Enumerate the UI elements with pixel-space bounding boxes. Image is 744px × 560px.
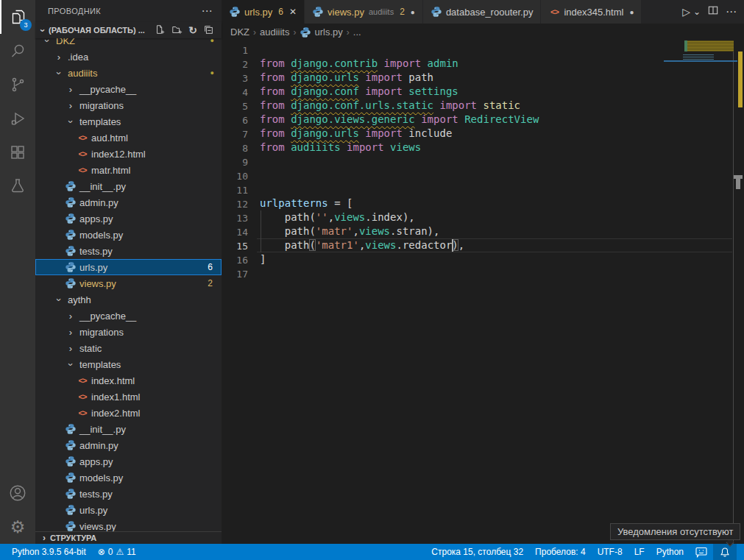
tree-file-apps.py[interactable]: apps.py bbox=[35, 453, 222, 469]
tree-file-__init__.py[interactable]: __init__.py bbox=[35, 178, 222, 194]
chevron-right-icon: › bbox=[38, 533, 50, 543]
tree-folder-__pycache__[interactable]: ›__pycache__ bbox=[35, 308, 222, 324]
split-editor-icon[interactable] bbox=[708, 5, 718, 18]
explorer-icon[interactable]: 3 bbox=[0, 0, 35, 34]
outline-section-header[interactable]: › СТРУКТУРА bbox=[35, 531, 222, 544]
testing-icon[interactable] bbox=[0, 169, 35, 203]
eol-item[interactable]: LF bbox=[628, 544, 651, 560]
code-line-14[interactable]: 14 path('matr',views.stran), bbox=[222, 224, 732, 238]
tab-urls.py[interactable]: urls.py6✕ bbox=[222, 0, 305, 24]
tree-folder-__pycache__[interactable]: ›__pycache__ bbox=[35, 81, 222, 97]
run-dropdown-chevron-icon[interactable]: ⌄ bbox=[693, 7, 701, 17]
tree-file-matr.html[interactable]: <>matr.html bbox=[35, 162, 222, 178]
collapse-all-icon[interactable] bbox=[203, 24, 214, 37]
code-line-8[interactable]: 8from audiiits import views bbox=[222, 141, 732, 155]
breadcrumb-item-DKZ[interactable]: DKZ bbox=[230, 26, 249, 38]
code-line-17[interactable]: 17 bbox=[222, 266, 732, 280]
tree-file-views.py[interactable]: views.py2 bbox=[35, 275, 222, 291]
tree-file-views.py[interactable]: views.py bbox=[35, 518, 222, 531]
breadcrumb-item-urls.py[interactable]: urls.py bbox=[300, 26, 342, 38]
tree-file-index2.html[interactable]: <>index2.html bbox=[35, 405, 222, 421]
tree-folder-.idea[interactable]: ›.idea bbox=[35, 49, 222, 65]
minimap-warning-block[interactable] bbox=[684, 40, 734, 52]
tree-file-tests.py[interactable]: tests.py bbox=[35, 486, 222, 502]
tree-folder-DKZ[interactable]: ›DKZ● bbox=[35, 38, 222, 49]
html-file-icon: <> bbox=[77, 132, 88, 143]
more-actions-icon[interactable]: ⋯ bbox=[726, 5, 737, 18]
breadcrumb-item-...[interactable]: ... bbox=[353, 26, 361, 38]
tab-views.py[interactable]: views.pyaudiiits2● bbox=[305, 0, 423, 24]
tree-item-label: views.py bbox=[79, 278, 116, 289]
breadcrumb-item-audiiits[interactable]: audiiits bbox=[260, 26, 289, 38]
code-line-5[interactable]: 5from django.conf.urls.static import sta… bbox=[222, 99, 732, 113]
tab-description: audiiits bbox=[369, 7, 394, 16]
tree-file-urls.py[interactable]: urls.py6 bbox=[35, 259, 222, 275]
code-text bbox=[248, 266, 260, 280]
tree-file-admin.py[interactable]: admin.py bbox=[35, 194, 222, 210]
code-line-9[interactable]: 9 bbox=[222, 155, 732, 169]
code-line-1[interactable]: 1 bbox=[222, 43, 732, 57]
tree-item-label: index2.html bbox=[91, 408, 140, 419]
activity-bar: 3 bbox=[0, 0, 35, 544]
tree-file-admin.py[interactable]: admin.py bbox=[35, 437, 222, 453]
feedback-icon[interactable] bbox=[690, 544, 713, 560]
encoding-item[interactable]: UTF-8 bbox=[592, 544, 628, 560]
language-mode-item[interactable]: Python bbox=[651, 544, 690, 560]
tree-file-index.html[interactable]: <>index.html bbox=[35, 372, 222, 389]
code-line-15[interactable]: 15 path('matr1',views.redactor), bbox=[222, 238, 732, 252]
tree-folder-static[interactable]: ›static bbox=[35, 340, 222, 356]
search-icon[interactable] bbox=[0, 34, 35, 68]
code-line-11[interactable]: 11 bbox=[222, 182, 732, 196]
indentation-item[interactable]: Пробелов: 4 bbox=[529, 544, 592, 560]
line-number: 12 bbox=[222, 196, 248, 210]
new-folder-icon[interactable] bbox=[171, 24, 183, 37]
code-line-6[interactable]: 6from django.views.generic import Redire… bbox=[222, 113, 732, 127]
refresh-icon[interactable]: ↻ bbox=[188, 25, 197, 35]
python-interpreter-item[interactable]: Python 3.9.5 64-bit bbox=[6, 544, 92, 560]
chevron-right-icon: › bbox=[53, 52, 65, 63]
python-file-icon bbox=[229, 6, 241, 18]
tree-file-apps.py[interactable]: apps.py bbox=[35, 210, 222, 227]
code-line-3[interactable]: 3from django.urls import path bbox=[222, 71, 732, 85]
code-line-2[interactable]: 2from django.contrib import admin bbox=[222, 57, 732, 71]
python-file-icon bbox=[65, 180, 77, 192]
problems-item[interactable]: ⊗ 0 ⚠ 11 bbox=[92, 544, 142, 560]
tree-file-aud.html[interactable]: <>aud.html bbox=[35, 130, 222, 146]
extensions-icon[interactable] bbox=[0, 135, 35, 169]
workspace-section-header[interactable]: › (РАБОЧАЯ ОБЛАСТЬ) ... ↻ bbox=[35, 22, 222, 38]
code-line-16[interactable]: 16] bbox=[222, 252, 732, 266]
cursor-position-item[interactable]: Строка 15, столбец 32 bbox=[425, 544, 529, 560]
code-editor[interactable]: 12from django.contrib import admin3from … bbox=[222, 40, 744, 544]
code-line-7[interactable]: 7from django.urls import include bbox=[222, 127, 732, 141]
views-and-more-actions-icon[interactable]: ⋯ bbox=[202, 4, 213, 18]
tree-folder-templates[interactable]: ›templates bbox=[35, 356, 222, 372]
account-icon[interactable] bbox=[0, 476, 35, 510]
tree-folder-migrations[interactable]: ›migrations bbox=[35, 324, 222, 340]
source-control-icon[interactable] bbox=[0, 68, 35, 102]
tree-file-urls.py[interactable]: urls.py bbox=[35, 502, 222, 518]
settings-gear-icon[interactable]: ⚙ bbox=[0, 510, 35, 544]
tab-database_roouter.py[interactable]: database_roouter.py bbox=[423, 0, 542, 24]
close-icon[interactable]: ✕ bbox=[289, 7, 297, 17]
tree-folder-templates[interactable]: ›templates bbox=[35, 113, 222, 130]
tree-file-index1.html[interactable]: <>index1.html bbox=[35, 389, 222, 405]
run-python-file-icon[interactable]: ▷ bbox=[682, 6, 690, 18]
code-line-10[interactable]: 10 bbox=[222, 169, 732, 182]
tree-file-__init__.py[interactable]: __init__.py bbox=[35, 421, 222, 437]
code-line-13[interactable]: 13 path('',views.index), bbox=[222, 210, 732, 224]
tree-folder-aythh[interactable]: ›aythh bbox=[35, 291, 222, 308]
notifications-bell-icon[interactable] bbox=[713, 544, 737, 560]
tree-file-models.py[interactable]: models.py bbox=[35, 227, 222, 243]
new-file-icon[interactable] bbox=[155, 24, 166, 37]
tree-file-index12.html[interactable]: <>index12.html bbox=[35, 146, 222, 162]
code-line-4[interactable]: 4from django.conf import settings bbox=[222, 85, 732, 99]
tree-file-tests.py[interactable]: tests.py bbox=[35, 243, 222, 259]
scrollbar-thumb[interactable] bbox=[736, 179, 740, 189]
tree-folder-audiiits[interactable]: ›audiiits● bbox=[35, 65, 222, 81]
tab-index345.html[interactable]: <>index345.html● bbox=[541, 0, 642, 24]
tree-file-models.py[interactable]: models.py bbox=[35, 469, 222, 486]
run-and-debug-icon[interactable] bbox=[0, 102, 35, 135]
tree-folder-migrations[interactable]: ›migrations bbox=[35, 97, 222, 113]
code-line-12[interactable]: 12urlpatterns = [ bbox=[222, 196, 732, 210]
line-number: 1 bbox=[222, 43, 248, 57]
